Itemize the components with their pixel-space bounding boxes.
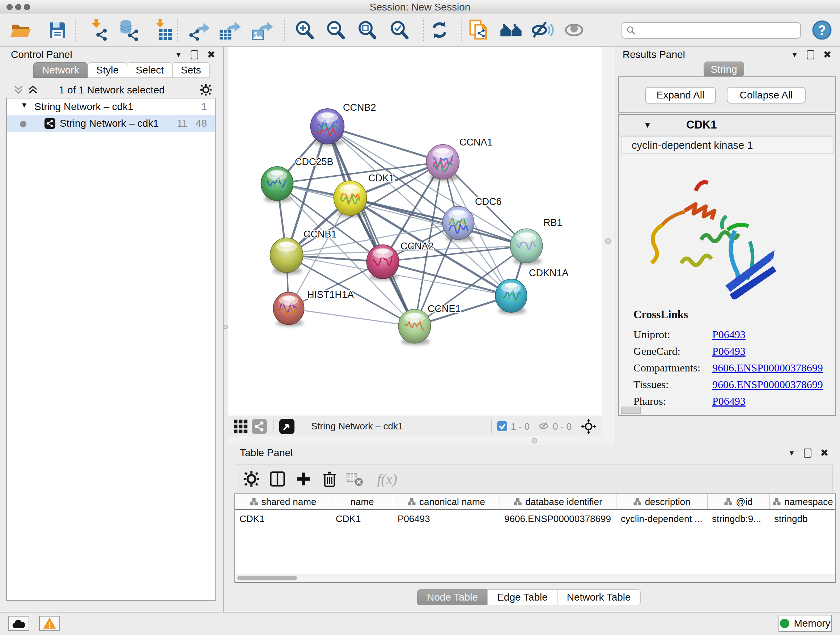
crosslink-link[interactable]: P06493 — [712, 395, 745, 407]
tab-sets[interactable]: Sets — [172, 62, 210, 78]
splitter-handle[interactable] — [532, 438, 537, 443]
network-view-share-icon[interactable] — [252, 419, 267, 434]
first-neighbors-button[interactable] — [497, 16, 525, 44]
import-network-file-button[interactable] — [85, 16, 112, 44]
cell[interactable]: P06493 — [393, 511, 500, 527]
zoom-selected-button[interactable] — [386, 16, 413, 44]
zoom-in-button[interactable] — [291, 16, 318, 44]
tab-string[interactable]: String — [704, 62, 744, 77]
network-row-selected[interactable]: String Network – cdk1 11 48 — [7, 115, 215, 132]
refresh-icon — [429, 19, 450, 41]
float-panel-icon[interactable]: ▼ — [788, 449, 796, 457]
grid-view-icon[interactable] — [234, 420, 248, 433]
network-collection-row[interactable]: ▼ String Network – cdk1 1 — [7, 98, 215, 115]
tab-node-table[interactable]: Node Table — [417, 589, 488, 605]
splitter-handle[interactable] — [605, 238, 611, 244]
vertical-splitter[interactable] — [602, 47, 615, 445]
cell[interactable]: 9606.ENSP00000378699 — [500, 511, 616, 527]
show-columns-button[interactable] — [267, 469, 287, 489]
network-canvas[interactable]: CCNB2CCNA1CDC25BCDK1CDC6RB1CCNB1CCNA2CDK… — [228, 47, 602, 416]
crosslinks-section: CrossLinks Uniprot:P06493GeneCard:P06493… — [633, 308, 829, 409]
crosslink-link[interactable]: 9606.ENSP00000378699 — [712, 378, 823, 391]
column-header-shared-name[interactable]: shared name — [235, 494, 332, 509]
clone-network-button[interactable] — [465, 16, 493, 44]
column-header-namespace[interactable]: namespace — [770, 494, 836, 509]
show-all-button[interactable] — [561, 16, 588, 44]
crosslink-link[interactable]: P06493 — [712, 328, 745, 340]
delete-column-button[interactable] — [319, 469, 340, 489]
export-network-button[interactable] — [186, 16, 213, 44]
search-input[interactable] — [639, 25, 797, 36]
database-icon — [117, 19, 141, 42]
cell[interactable]: stringdb — [770, 511, 836, 527]
help-button[interactable]: ? — [811, 19, 833, 41]
column-header-canonical-name[interactable]: canonical name — [393, 494, 500, 509]
function-builder-button[interactable]: f(x) — [371, 469, 403, 489]
crosslink-link[interactable]: P06493 — [712, 345, 745, 357]
close-panel-icon[interactable]: ✖ — [823, 50, 831, 60]
zoom-fit-button[interactable] — [354, 16, 381, 44]
selected-checkbox-icon[interactable] — [497, 421, 507, 431]
network-edge[interactable] — [327, 126, 443, 162]
fx-icon: f(x) — [377, 470, 397, 488]
table-horizontal-scrollbar[interactable] — [235, 574, 835, 582]
create-column-button[interactable] — [294, 469, 314, 489]
cell[interactable]: CDK1 — [235, 511, 332, 527]
crosslink-link[interactable]: 9606.ENSP00000378699 — [712, 362, 823, 374]
export-table-button[interactable] — [217, 16, 244, 44]
hide-selected-button[interactable] — [529, 16, 556, 44]
close-panel-icon[interactable]: ✖ — [207, 50, 215, 60]
maximize-panel-icon[interactable] — [191, 50, 198, 59]
section-expander-icon[interactable]: ▼ — [644, 120, 652, 130]
memory-button[interactable]: Memory — [778, 615, 832, 632]
birds-eye-view-icon[interactable] — [581, 419, 596, 434]
shared-column-icon — [250, 498, 258, 506]
tab-select[interactable]: Select — [127, 62, 172, 78]
vertical-splitter[interactable] — [224, 47, 228, 612]
table-row[interactable]: CDK1CDK1P064939606.ENSP00000378699cyclin… — [235, 511, 835, 527]
import-network-database-button[interactable] — [115, 16, 142, 44]
expand-all-button[interactable]: Expand All — [645, 87, 716, 103]
tab-network-table[interactable]: Network Table — [557, 589, 641, 605]
results-panel-title: Results Panel — [622, 49, 685, 60]
apply-layout-button[interactable] — [426, 16, 453, 44]
cell[interactable]: cyclin-dependent ... — [616, 511, 707, 527]
maximize-panel-icon[interactable] — [807, 50, 814, 59]
column-header--id[interactable]: @id — [707, 494, 770, 509]
network-edge[interactable] — [289, 309, 415, 326]
tab-network[interactable]: Network — [33, 62, 88, 78]
cell[interactable]: CDK1 — [332, 511, 393, 527]
warnings-button[interactable] — [39, 616, 60, 631]
horizontal-splitter[interactable] — [228, 436, 602, 445]
string-network-graph[interactable]: CCNB2CCNA1CDC25BCDK1CDC6RB1CCNB1CCNA2CDK… — [228, 47, 602, 416]
close-panel-icon[interactable]: ✖ — [820, 448, 829, 458]
save-session-button[interactable] — [44, 16, 71, 44]
open-session-button[interactable] — [7, 16, 34, 44]
save-floppy-icon — [46, 19, 69, 41]
cloud-status-button[interactable] — [8, 616, 29, 631]
column-header-database-identifier[interactable]: database identifier — [500, 494, 616, 509]
tab-style[interactable]: Style — [88, 62, 127, 78]
export-image-button[interactable] — [249, 16, 276, 44]
table-settings-button[interactable] — [241, 469, 262, 489]
collapse-all-button[interactable]: Collapse All — [727, 87, 806, 103]
gene-section-header[interactable]: ▼ CDK1 — [619, 115, 835, 135]
network-edge[interactable] — [383, 262, 511, 296]
gene-details-box: ▼ CDK1 cyclin-dependent kinase 1 — [618, 114, 836, 416]
maximize-panel-icon[interactable] — [804, 448, 812, 458]
scrollbar-thumb[interactable] — [237, 576, 297, 580]
results-scrollbar-thumb[interactable] — [621, 407, 641, 414]
column-header-description[interactable]: description — [616, 494, 707, 509]
float-panel-icon[interactable]: ▼ — [791, 51, 798, 59]
tab-edge-table[interactable]: Edge Table — [487, 589, 557, 605]
column-header-name[interactable]: name — [332, 494, 393, 509]
open-in-window-icon[interactable] — [279, 419, 294, 434]
import-table-file-button[interactable] — [148, 16, 176, 44]
float-panel-icon[interactable]: ▼ — [175, 51, 182, 59]
gear-icon[interactable] — [200, 84, 212, 96]
zoom-out-button[interactable] — [322, 16, 349, 44]
splitter-handle[interactable] — [224, 325, 228, 329]
tree-expander-icon[interactable]: ▼ — [21, 101, 28, 109]
delete-table-button[interactable] — [345, 469, 365, 489]
cell[interactable]: stringdb:9... — [707, 511, 770, 527]
